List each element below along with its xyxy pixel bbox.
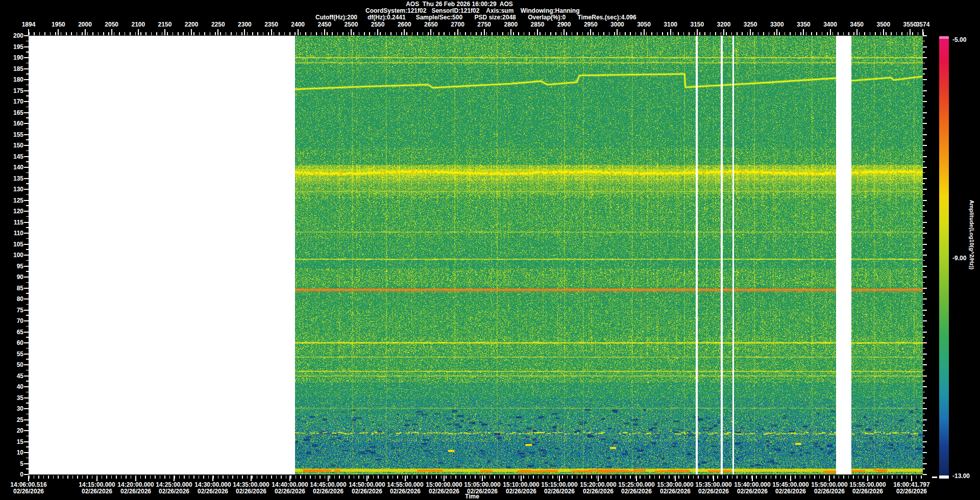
frequency-axis-major-tick xyxy=(24,354,29,355)
time-axis-minor-tick xyxy=(426,476,427,479)
spectrogram-plot[interactable] xyxy=(295,36,923,474)
time-axis-major-tick xyxy=(829,476,830,481)
frequency-axis-right-major-tick xyxy=(923,288,927,289)
time-axis-minor-tick xyxy=(766,476,767,479)
record-axis-minor-tick xyxy=(721,32,722,35)
frequency-axis-major-tick xyxy=(24,277,29,278)
frequency-axis-major-tick xyxy=(24,244,29,245)
frequency-axis-right-major-tick xyxy=(923,452,927,453)
frequency-axis-right-minor-tick xyxy=(923,238,925,239)
time-axis-major-tick xyxy=(251,476,252,481)
record-axis-minor-tick xyxy=(449,32,450,35)
frequency-axis-major-tick xyxy=(24,320,29,321)
record-axis-minor-tick xyxy=(843,32,844,35)
time-axis-major-tick xyxy=(675,476,676,481)
time-axis-minor-tick xyxy=(145,476,146,479)
time-axis-minor-tick xyxy=(53,476,54,479)
record-axis-minor-tick xyxy=(657,32,658,35)
frequency-axis-major-tick xyxy=(24,68,29,69)
frequency-axis-right-major-tick xyxy=(923,200,927,201)
time-axis-minor-tick xyxy=(329,476,330,479)
time-axis-minor-tick xyxy=(727,476,728,479)
time-axis-minor-tick xyxy=(916,476,917,479)
record-axis-tick-label: 1950 xyxy=(52,21,65,28)
record-axis-minor-tick xyxy=(348,32,349,35)
time-axis-minor-tick xyxy=(349,476,350,479)
time-tick-date: 02/26/2026 xyxy=(811,488,847,495)
time-axis-minor-tick xyxy=(509,476,510,479)
record-axis-minor-tick xyxy=(178,32,179,35)
record-axis-tick-label: 3050 xyxy=(637,21,651,28)
time-axis-minor-tick xyxy=(315,476,316,479)
frequency-axis-tick-label: 120 xyxy=(13,208,23,215)
record-axis-minor-tick xyxy=(901,32,902,35)
time-axis-minor-tick xyxy=(325,476,326,479)
record-axis-minor-tick xyxy=(423,32,424,35)
time-axis-minor-tick xyxy=(431,476,432,479)
frequency-axis-tick-label: 170 xyxy=(13,98,23,105)
record-axis-tick-label: 2400 xyxy=(291,21,305,28)
frequency-axis-right-major-tick xyxy=(923,310,927,311)
record-axis-tick-label: 3400 xyxy=(823,21,837,28)
record-axis-minor-tick xyxy=(284,32,285,35)
frequency-axis-major-tick xyxy=(24,463,29,464)
frequency-axis-right-minor-tick xyxy=(923,304,925,305)
time-tick-date: 02/26/2026 xyxy=(387,488,423,495)
time-axis-minor-tick xyxy=(455,476,456,479)
time-axis-minor-tick xyxy=(616,476,617,479)
record-axis-tick-label: 3300 xyxy=(770,21,784,28)
time-axis-minor-tick xyxy=(441,476,442,479)
frequency-axis-tick-label: 100 xyxy=(13,252,23,259)
time-axis-minor-tick xyxy=(358,476,359,479)
time-tick-label: 15:25:00.00002/26/2026 xyxy=(618,482,654,495)
time-axis-minor-tick xyxy=(630,476,631,479)
record-axis-minor-tick xyxy=(444,32,445,35)
record-axis-minor-tick xyxy=(875,32,876,35)
time-axis-minor-tick xyxy=(446,476,447,479)
record-axis-tick-label: 3250 xyxy=(744,21,757,28)
time-axis-minor-tick xyxy=(669,476,670,479)
colorbar xyxy=(939,36,949,479)
time-axis-minor-tick xyxy=(126,476,127,479)
time-axis-minor-tick xyxy=(577,476,578,479)
frequency-axis-major-tick xyxy=(24,298,29,299)
time-axis-minor-tick xyxy=(72,476,74,479)
time-axis-minor-tick xyxy=(111,476,112,479)
record-axis-minor-tick xyxy=(747,32,748,35)
record-axis-minor-tick xyxy=(199,32,200,35)
record-axis-minor-tick xyxy=(39,32,40,35)
frequency-axis-right-minor-tick xyxy=(923,95,925,96)
time-axis-minor-tick xyxy=(678,476,679,479)
record-axis-minor-tick xyxy=(752,32,753,35)
time-axis-minor-tick xyxy=(688,476,689,479)
time-tick-label: 14:50:00.00002/26/2026 xyxy=(349,482,385,495)
time-axis-minor-tick xyxy=(465,476,466,479)
record-axis-minor-tick xyxy=(433,32,434,35)
frequency-axis-major-tick xyxy=(24,79,29,80)
record-axis-minor-tick xyxy=(534,32,535,35)
record-axis-minor-tick xyxy=(87,32,88,35)
frequency-axis-tick-label: 150 xyxy=(13,142,23,149)
frequency-axis-major-tick xyxy=(24,101,29,102)
time-tick-date: 02/26/2026 xyxy=(503,488,539,495)
record-axis-major-tick xyxy=(457,29,458,35)
frequency-axis-tick-label: 130 xyxy=(13,186,23,193)
frequency-axis-major-tick xyxy=(24,430,29,431)
colorbar-bottom-cap xyxy=(939,476,949,479)
frequency-axis-right-minor-tick xyxy=(923,129,925,130)
time-axis-minor-tick xyxy=(780,476,781,479)
frequency-axis-major-tick xyxy=(24,386,29,387)
time-axis-major-tick xyxy=(289,476,290,481)
record-axis-minor-tick xyxy=(274,32,275,35)
time-tick-label: 16:00:41.79702/26/2026 xyxy=(893,482,929,495)
time-axis-minor-tick xyxy=(373,476,374,479)
time-axis-minor-tick xyxy=(722,476,723,479)
record-axis-minor-tick xyxy=(156,32,157,35)
record-axis-tick-label: 2250 xyxy=(211,21,225,28)
record-axis-minor-tick xyxy=(822,32,823,35)
time-axis-major-tick xyxy=(713,476,714,481)
frequency-axis-right-minor-tick xyxy=(923,436,925,437)
time-axis-minor-tick xyxy=(43,476,44,479)
time-axis-minor-tick xyxy=(737,476,738,479)
frequency-axis-tick-label: 185 xyxy=(13,65,23,72)
